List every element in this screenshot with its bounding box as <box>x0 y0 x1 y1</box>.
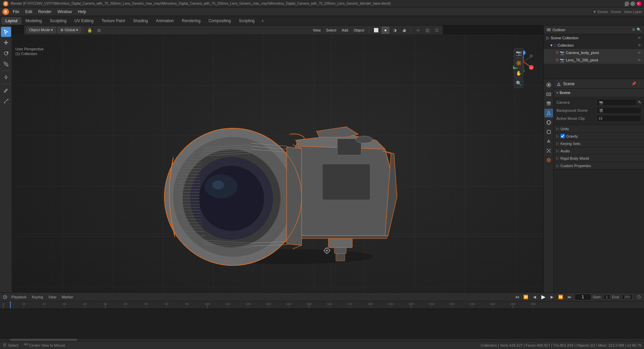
menu-help[interactable]: Help <box>75 9 89 15</box>
wireframe-mode-button[interactable]: ⬜ <box>372 27 380 34</box>
render-preview-button[interactable]: 🔆 <box>514 58 523 68</box>
props-options-btn[interactable]: ⋮ <box>638 82 641 86</box>
tab-shading[interactable]: Shading <box>129 17 152 24</box>
add-menu[interactable]: Add <box>340 28 351 33</box>
outliner-camera-body[interactable]: ▽ 📷 Camera_body_pivot 👁 <box>544 49 644 56</box>
hscroll-thumb[interactable] <box>10 339 77 341</box>
timeline-keying-menu[interactable]: Keying <box>31 294 45 300</box>
tab-animation[interactable]: Animation <box>152 17 178 24</box>
timeline-playback-menu[interactable]: Playback <box>10 294 28 300</box>
tool-scale[interactable] <box>1 59 11 69</box>
rigid-body-world-section[interactable]: ▷ Rigid Body World <box>554 155 644 162</box>
audio-section[interactable]: ▷ Audio <box>554 147 644 155</box>
menu-render[interactable]: Render <box>36 9 54 15</box>
camera-value[interactable]: 📷 <box>597 99 637 106</box>
show-gizmo-button[interactable]: ⊹ <box>414 27 422 34</box>
modifier-props-btn[interactable] <box>544 137 553 146</box>
custom-properties-section[interactable]: ▷ Custom Properties <box>554 162 644 169</box>
output-props-btn[interactable] <box>544 90 553 99</box>
tab-sculpting[interactable]: Sculpting <box>46 17 70 24</box>
title-bar-controls[interactable]: _ □ ✕ <box>625 1 641 6</box>
select-menu[interactable]: Select <box>324 28 338 33</box>
show-overlay-button[interactable]: ◫ <box>423 27 431 34</box>
tab-texture-paint[interactable]: Texture Paint <box>98 17 129 24</box>
menu-window[interactable]: Window <box>55 9 74 15</box>
camera-body-visibility[interactable]: 👁 <box>638 51 641 55</box>
timeline-marker-menu[interactable]: Marker <box>60 294 74 300</box>
lens-visibility[interactable]: 👁 <box>638 58 641 62</box>
play-button[interactable]: ▶ <box>540 293 547 301</box>
material-mode-button[interactable]: ◑ <box>391 27 399 34</box>
gravity-checkbox[interactable] <box>560 134 565 138</box>
scene-collection-visibility[interactable]: 👁 <box>638 36 641 40</box>
proportional-edit-button[interactable]: ◎ <box>95 27 103 34</box>
units-section[interactable]: ▷ Units <box>554 125 644 133</box>
render-props-btn[interactable] <box>544 81 553 89</box>
tool-annotate[interactable] <box>1 85 11 95</box>
tab-uv-editing[interactable]: UV Editing <box>70 17 98 24</box>
outliner-search-btn[interactable]: 🔍 <box>637 28 641 32</box>
engine-selector[interactable]: ▼ Eevee <box>593 10 608 14</box>
particles-props-btn[interactable] <box>544 146 553 155</box>
tool-rotate[interactable] <box>1 48 11 58</box>
move-tool-btn[interactable]: ✋ <box>514 68 523 78</box>
scene-selector[interactable]: Scene <box>611 10 621 14</box>
camera-edit-btn[interactable]: ✎ <box>638 100 641 105</box>
outliner-filter-btn[interactable]: ⚙ <box>632 28 635 32</box>
tab-modeling[interactable]: Modeling <box>21 17 46 24</box>
tool-move[interactable] <box>1 38 11 48</box>
outliner-lens[interactable]: ▽ 📷 Lens_70_200_pivot 👁 <box>544 56 644 64</box>
tool-measure[interactable] <box>1 96 11 106</box>
end-frame-input[interactable]: 250 <box>622 294 633 300</box>
object-mode-button[interactable]: Object Mode ▾ <box>26 27 56 33</box>
next-keyframe-button[interactable]: ⏩ <box>557 293 565 301</box>
props-pin-btn[interactable]: 📌 <box>632 82 636 86</box>
tab-compositing[interactable]: Compositing <box>205 17 235 24</box>
scene-props-btn[interactable] <box>544 109 553 117</box>
menu-edit[interactable]: Edit <box>22 9 35 15</box>
tab-rendering[interactable]: Rendering <box>178 17 204 24</box>
next-frame-button[interactable]: ▶ <box>548 293 556 301</box>
render-mode-button[interactable]: ◕ <box>400 27 408 34</box>
start-frame-input[interactable]: 1 <box>603 294 610 300</box>
camera-view-button[interactable]: 📷 <box>514 48 523 58</box>
menu-file[interactable]: File <box>10 9 22 15</box>
view-menu[interactable]: View <box>311 28 323 33</box>
view-layer-props-btn[interactable] <box>544 99 553 108</box>
minimize-button[interactable]: _ <box>625 1 629 6</box>
viewport-snap-button[interactable]: 🔒 <box>86 27 94 34</box>
tab-scripting[interactable]: Scripting <box>235 17 259 24</box>
maximize-button[interactable]: □ <box>631 1 635 6</box>
object-menu[interactable]: Object <box>352 28 366 33</box>
current-frame-input[interactable]: 1 <box>575 294 591 300</box>
outliner-collection[interactable]: ▾ □ Collection 👁 <box>544 42 644 49</box>
gravity-section[interactable]: ▷ Gravity <box>554 133 644 140</box>
timeline-hscroll[interactable] <box>0 338 644 341</box>
scene-section-header[interactable]: ▾ Scene <box>554 89 644 97</box>
tab-layout[interactable]: Layout <box>1 17 21 24</box>
jump-start-button[interactable]: ⏮ <box>514 293 521 301</box>
tool-transform[interactable] <box>1 72 11 82</box>
keying-sets-section[interactable]: ▷ Keying Sets <box>554 140 644 147</box>
timeline-view-menu[interactable]: View <box>47 294 58 300</box>
timeline-ruler[interactable]: 0102030405060708090100110120130140150160… <box>0 301 644 309</box>
tool-cursor[interactable] <box>1 27 11 37</box>
close-button[interactable]: ✕ <box>637 1 641 6</box>
world-props-btn[interactable] <box>544 118 553 127</box>
timeline-content[interactable] <box>0 309 644 338</box>
global-space-button[interactable]: ⊕ Global ▾ <box>57 27 81 33</box>
prev-keyframe-button[interactable]: ⏪ <box>522 293 530 301</box>
object-props-btn[interactable] <box>544 128 553 136</box>
collection-visibility[interactable]: 👁 <box>638 43 641 47</box>
movie-clip-value[interactable]: 🎞 <box>597 115 641 122</box>
outliner-scene-collection[interactable]: ▷ Scene Collection 👁 <box>544 34 644 42</box>
prev-frame-button[interactable]: ◀ <box>531 293 538 301</box>
add-workspace-button[interactable]: + <box>259 17 267 24</box>
jump-end-button[interactable]: ⏭ <box>566 293 573 301</box>
solid-mode-button[interactable]: ● <box>381 27 389 34</box>
zoom-tool-btn[interactable]: 🔍 <box>514 79 523 88</box>
viewlayer-selector[interactable]: View Layer <box>624 10 642 14</box>
xray-toggle-button[interactable]: ⬡ <box>433 27 441 34</box>
physics-props-btn[interactable] <box>544 156 553 164</box>
bg-scene-value[interactable]: 🎬 <box>597 107 641 114</box>
